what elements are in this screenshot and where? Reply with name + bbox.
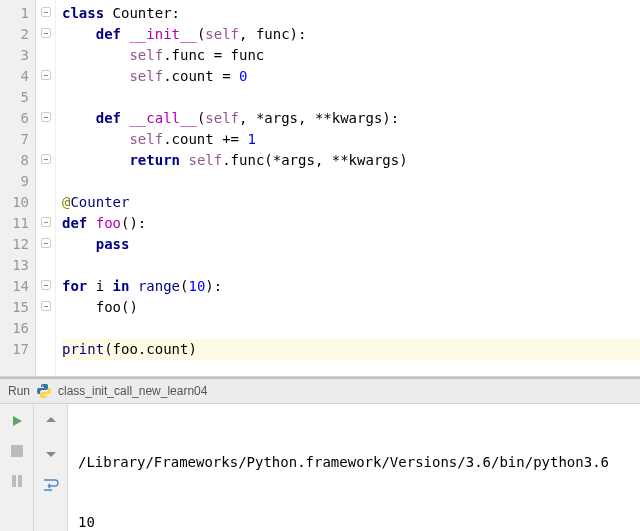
code-line: def __call__(self, *args, **kwargs): [62,108,640,129]
svg-rect-0 [11,445,23,457]
rerun-button[interactable] [6,410,28,432]
line-num: 11 [0,213,29,234]
scroll-down-button[interactable] [40,442,62,464]
code-line: return self.func(*args, **kwargs) [62,150,640,171]
fold-toggle-icon[interactable] [41,238,51,248]
line-num: 2 [0,24,29,45]
run-config-name[interactable]: class_init_call_new_learn04 [58,384,207,398]
stop-button[interactable] [6,440,28,462]
scroll-up-button[interactable] [40,410,62,432]
svg-rect-1 [12,475,16,487]
fold-gutter [36,0,56,376]
fold-toggle-icon[interactable] [41,28,51,38]
run-toolbar-primary [0,404,34,531]
code-line: foo() [62,297,640,318]
line-num: 15 [0,297,29,318]
code-line: self.func = func [62,45,640,66]
code-line [62,255,640,276]
code-line: @Counter [62,192,640,213]
line-num: 6 [0,108,29,129]
fold-toggle-icon[interactable] [41,280,51,290]
line-num: 7 [0,129,29,150]
code-line: pass [62,234,640,255]
svg-rect-2 [18,475,22,487]
code-line-current: print(foo.count) [62,339,640,360]
line-num: 14 [0,276,29,297]
code-editor[interactable]: class Counter: def __init__(self, func):… [56,0,640,376]
fold-toggle-icon[interactable] [41,70,51,80]
code-line [62,171,640,192]
code-line: for i in range(10): [62,276,640,297]
code-line: self.count += 1 [62,129,640,150]
pause-button[interactable] [6,470,28,492]
line-num: 12 [0,234,29,255]
line-num: 10 [0,192,29,213]
run-label: Run [8,384,30,398]
line-num: 17 [0,339,29,360]
fold-toggle-icon[interactable] [41,112,51,122]
fold-toggle-icon[interactable] [41,217,51,227]
code-line: def __init__(self, func): [62,24,640,45]
line-num: 16 [0,318,29,339]
editor-area: 1 2 3 4 5 6 7 8 9 10 11 12 13 14 15 16 1… [0,0,640,377]
line-number-gutter: 1 2 3 4 5 6 7 8 9 10 11 12 13 14 15 16 1… [0,0,36,376]
line-num: 9 [0,171,29,192]
code-line: class Counter: [62,3,640,24]
line-num: 4 [0,66,29,87]
python-icon [36,383,52,399]
run-panel-header: Run class_init_call_new_learn04 [0,379,640,404]
line-num: 3 [0,45,29,66]
fold-toggle-icon[interactable] [41,7,51,17]
fold-toggle-icon[interactable] [41,301,51,311]
code-line: self.count = 0 [62,66,640,87]
console-output[interactable]: /Library/Frameworks/Python.framework/Ver… [68,404,640,531]
code-line [62,318,640,339]
console-line: 10 [78,512,630,531]
line-num: 13 [0,255,29,276]
console-line: /Library/Frameworks/Python.framework/Ver… [78,452,630,472]
run-body: /Library/Frameworks/Python.framework/Ver… [0,404,640,531]
line-num: 5 [0,87,29,108]
code-line: def foo(): [62,213,640,234]
line-num: 8 [0,150,29,171]
run-toolbar-secondary [34,404,68,531]
fold-toggle-icon[interactable] [41,154,51,164]
line-num: 1 [0,3,29,24]
soft-wrap-button[interactable] [40,474,62,496]
run-panel: Run class_init_call_new_learn04 [0,377,640,531]
code-line [62,87,640,108]
